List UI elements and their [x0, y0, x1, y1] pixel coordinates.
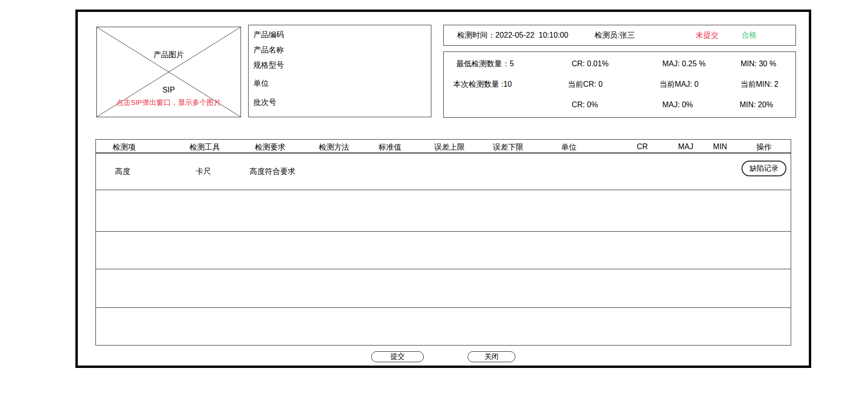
table-row-empty	[96, 232, 791, 269]
col-action: 操作	[756, 143, 772, 153]
col-cr: CR	[637, 143, 648, 151]
cr-rate: CR: 0%	[572, 101, 598, 109]
table-row-empty	[96, 190, 791, 232]
sip-hint-text: 点击SIP弹出窗口，显示多个图片	[97, 99, 241, 106]
cell-item: 高度	[115, 167, 130, 177]
spec-model-label: 规格型号	[253, 61, 284, 69]
batch-no-label: 批次号	[253, 99, 276, 106]
col-method: 检测方法	[319, 143, 349, 153]
col-maj: MAJ	[678, 143, 693, 151]
inspection-info-bar: 检测时间：2022-05-22 10:10:00 检测员:张三 未提交 合格	[443, 25, 796, 46]
cell-requirement: 高度符合要求	[250, 167, 295, 177]
inspection-stats-panel: 最低检测数量：5 CR: 0.01% MAJ: 0.25 % MIN: 30 %…	[443, 51, 796, 118]
min-rate: MIN: 20%	[740, 101, 773, 109]
maj-limit: MAJ: 0.25 %	[662, 60, 706, 68]
col-item: 检测项	[113, 143, 136, 153]
cell-tool: 卡尺	[196, 167, 211, 177]
table-header-row: 检测项 检测工具 检测要求 检测方法 标准值 误差上限 误差下限 单位 CR M…	[96, 140, 791, 153]
col-min: MIN	[713, 143, 727, 151]
submit-status-badge: 未提交	[696, 31, 719, 39]
col-requirement: 检测要求	[255, 143, 285, 153]
product-name-label: 产品名称	[253, 46, 284, 54]
product-image-label: 产品图片	[97, 51, 241, 59]
product-code-label: 产品编码	[253, 31, 284, 39]
min-required-qty: 最低检测数量：5	[456, 60, 514, 68]
col-standard: 标准值	[378, 143, 401, 153]
unit-label: 单位	[253, 80, 269, 87]
current-qty: 本次检测数量 :10	[453, 81, 512, 88]
inspector-name: 检测员:张三	[595, 31, 635, 39]
col-unit: 单位	[561, 143, 576, 153]
inspection-items-table: 检测项 检测工具 检测要求 检测方法 标准值 误差上限 误差下限 单位 CR M…	[95, 139, 791, 346]
close-button[interactable]: 关闭	[468, 351, 515, 362]
min-limit: MIN: 30 %	[741, 60, 776, 68]
cr-limit: CR: 0.01%	[572, 60, 608, 68]
product-info-panel: 产品编码 产品名称 规格型号 单位 批次号	[248, 25, 431, 117]
col-lower-error: 误差下限	[493, 143, 523, 153]
table-row: 高度 卡尺 高度符合要求 缺陷记录	[96, 153, 791, 190]
inspection-dialog: 产品图片 SIP 点击SIP弹出窗口，显示多个图片 产品编码 产品名称 规格型号…	[0, 0, 868, 397]
current-cr: 当前CR: 0	[568, 81, 603, 88]
result-status-badge: 合格	[742, 31, 757, 39]
col-upper-error: 误差上限	[434, 143, 465, 153]
current-maj: 当前MAJ: 0	[659, 81, 699, 88]
current-min: 当前MIN: 2	[741, 81, 778, 88]
defect-record-button[interactable]: 缺陷记录	[742, 161, 786, 176]
maj-rate: MAJ: 0%	[662, 101, 693, 109]
table-row-empty	[96, 308, 791, 348]
inspection-time: 检测时间：2022-05-22 10:10:00	[457, 31, 568, 39]
col-tool: 检测工具	[189, 143, 220, 153]
submit-button[interactable]: 提交	[371, 351, 424, 362]
sip-label[interactable]: SIP	[97, 86, 241, 94]
product-image-placeholder[interactable]: 产品图片 SIP 点击SIP弹出窗口，显示多个图片	[96, 27, 241, 117]
table-row-empty	[96, 269, 791, 308]
